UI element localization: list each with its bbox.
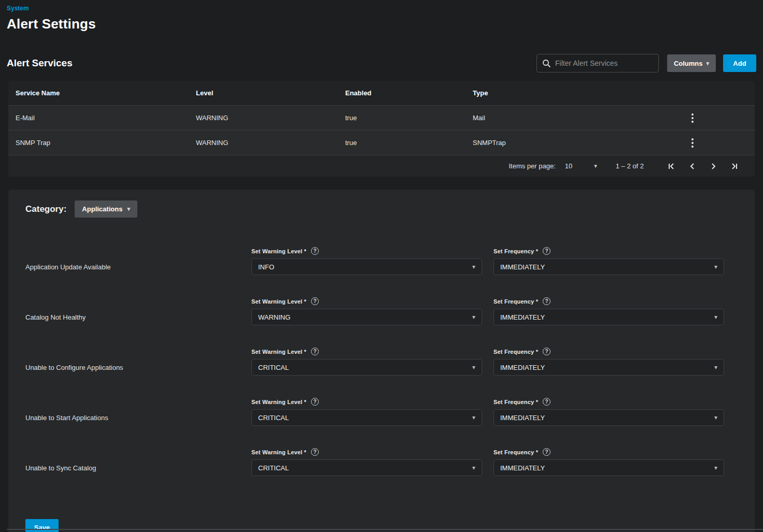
category-header: Category: Applications ▾	[8, 190, 755, 218]
frequency-label: Set Frequency *	[493, 248, 538, 254]
page-header: System Alert Settings	[0, 0, 763, 32]
cell-level: WARNING	[196, 139, 345, 147]
col-header-service-name: Service Name	[8, 89, 196, 97]
chevron-down-icon: ▾	[707, 61, 710, 66]
alert-services-toolbar: Alert Services Columns ▾ Add	[0, 54, 763, 73]
warning-level-value: CRITICAL	[258, 364, 472, 371]
bottom-divider	[7, 529, 763, 530]
alert-name-label: Unable to Configure Applications	[8, 359, 251, 376]
chevron-down-icon: ▾	[472, 364, 475, 370]
table-paginator: Items per page: 10 ▾ 1 – 2 of 2	[8, 155, 755, 177]
help-icon[interactable]: ?	[543, 398, 550, 406]
first-page-button[interactable]	[661, 156, 682, 177]
alert-services-heading: Alert Services	[7, 57, 536, 69]
help-icon[interactable]: ?	[311, 348, 319, 355]
frequency-select[interactable]: IMMEDIATELY ▾	[493, 359, 724, 376]
alert-name-label: Unable to Sync Catalog	[8, 459, 251, 476]
col-header-type: Type	[473, 89, 680, 97]
category-select-button[interactable]: Applications ▾	[75, 200, 137, 218]
add-button[interactable]: Add	[723, 54, 756, 72]
help-icon[interactable]: ?	[311, 398, 319, 406]
columns-button[interactable]: Columns ▾	[667, 54, 716, 72]
cell-level: WARNING	[196, 114, 345, 122]
filter-alert-services-input[interactable]	[555, 59, 653, 67]
alert-name-label: Application Update Available	[8, 258, 251, 275]
cell-type: Mail	[473, 114, 680, 122]
breadcrumb-system[interactable]: System	[7, 5, 29, 12]
items-per-page-value: 10	[565, 162, 572, 170]
frequency-select[interactable]: IMMEDIATELY ▾	[493, 309, 724, 325]
page-title: Alert Settings	[7, 16, 755, 32]
alert-form-row: Unable to Sync Catalog Set Warning Level…	[8, 448, 755, 476]
frequency-label: Set Frequency *	[493, 298, 538, 305]
last-page-button[interactable]	[724, 156, 744, 177]
help-icon[interactable]: ?	[543, 348, 550, 355]
alert-name-label: Unable to Start Applications	[8, 409, 251, 426]
chevron-down-icon: ▾	[594, 163, 597, 169]
add-button-label: Add	[733, 60, 746, 67]
paginator-range: 1 – 2 of 2	[616, 162, 644, 170]
chevron-down-icon: ▾	[127, 206, 130, 212]
help-icon[interactable]: ?	[311, 448, 319, 456]
chevron-right-icon	[709, 162, 718, 171]
frequency-select[interactable]: IMMEDIATELY ▾	[493, 409, 724, 426]
category-selected-value: Applications	[82, 205, 122, 213]
cell-type: SNMPTrap	[473, 139, 680, 147]
columns-button-label: Columns	[674, 60, 703, 67]
warning-level-value: INFO	[258, 263, 472, 271]
warning-level-value: CRITICAL	[258, 464, 472, 472]
row-actions-kebab-icon[interactable]	[685, 111, 700, 125]
help-icon[interactable]: ?	[311, 297, 319, 305]
chevron-down-icon: ▾	[714, 264, 717, 270]
warning-level-label: Set Warning Level *	[251, 298, 306, 305]
items-per-page-label: Items per page:	[508, 162, 555, 170]
alert-form-row: Unable to Start Applications Set Warning…	[8, 398, 755, 426]
alert-form-row: Unable to Configure Applications Set War…	[8, 348, 755, 376]
warning-level-select[interactable]: CRITICAL ▾	[251, 459, 482, 476]
col-header-enabled: Enabled	[345, 89, 473, 97]
chevron-down-icon: ▾	[472, 465, 475, 471]
warning-level-value: WARNING	[258, 313, 472, 321]
frequency-value: IMMEDIATELY	[500, 313, 714, 321]
category-label: Category:	[25, 204, 66, 214]
chevron-down-icon: ▾	[714, 414, 717, 421]
table-row: E-Mail WARNING true Mail	[8, 105, 755, 130]
help-icon[interactable]: ?	[543, 448, 550, 456]
help-icon[interactable]: ?	[311, 247, 319, 255]
filter-alert-services-box	[536, 54, 659, 73]
previous-page-button[interactable]	[682, 156, 703, 177]
warning-level-select[interactable]: CRITICAL ▾	[251, 359, 482, 376]
next-page-button[interactable]	[703, 156, 724, 177]
alert-settings-form: Application Update Available Set Warning…	[8, 247, 755, 476]
cell-service-name: SNMP Trap	[8, 139, 196, 147]
chevron-down-icon: ▾	[472, 414, 475, 421]
frequency-label: Set Frequency *	[493, 349, 538, 355]
help-icon[interactable]: ?	[543, 297, 550, 305]
last-page-icon	[729, 162, 739, 171]
warning-level-label: Set Warning Level *	[251, 248, 306, 254]
warning-level-label: Set Warning Level *	[251, 349, 306, 355]
frequency-select[interactable]: IMMEDIATELY ▾	[493, 258, 724, 275]
warning-level-label: Set Warning Level *	[251, 399, 306, 405]
chevron-down-icon: ▾	[472, 314, 475, 320]
save-button-label: Save	[34, 524, 50, 531]
frequency-value: IMMEDIATELY	[500, 464, 714, 472]
warning-level-select[interactable]: CRITICAL ▾	[251, 409, 482, 426]
warning-level-select[interactable]: INFO ▾	[251, 258, 482, 275]
row-actions-kebab-icon[interactable]	[685, 136, 700, 150]
frequency-select[interactable]: IMMEDIATELY ▾	[493, 459, 724, 476]
alert-form-row: Application Update Available Set Warning…	[8, 247, 755, 275]
frequency-label: Set Frequency *	[493, 449, 538, 455]
alert-name-label: Catalog Not Healthy	[8, 309, 251, 325]
col-header-level: Level	[196, 89, 345, 97]
chevron-down-icon: ▾	[714, 364, 717, 370]
frequency-value: IMMEDIATELY	[500, 263, 714, 271]
first-page-icon	[667, 162, 676, 171]
save-button[interactable]: Save	[25, 519, 59, 532]
warning-level-select[interactable]: WARNING ▾	[251, 309, 482, 325]
help-icon[interactable]: ?	[543, 247, 550, 255]
cell-enabled: true	[345, 139, 473, 147]
chevron-down-icon: ▾	[714, 314, 717, 320]
warning-level-label: Set Warning Level *	[251, 449, 306, 455]
items-per-page-select[interactable]: 10 ▾	[565, 162, 597, 170]
